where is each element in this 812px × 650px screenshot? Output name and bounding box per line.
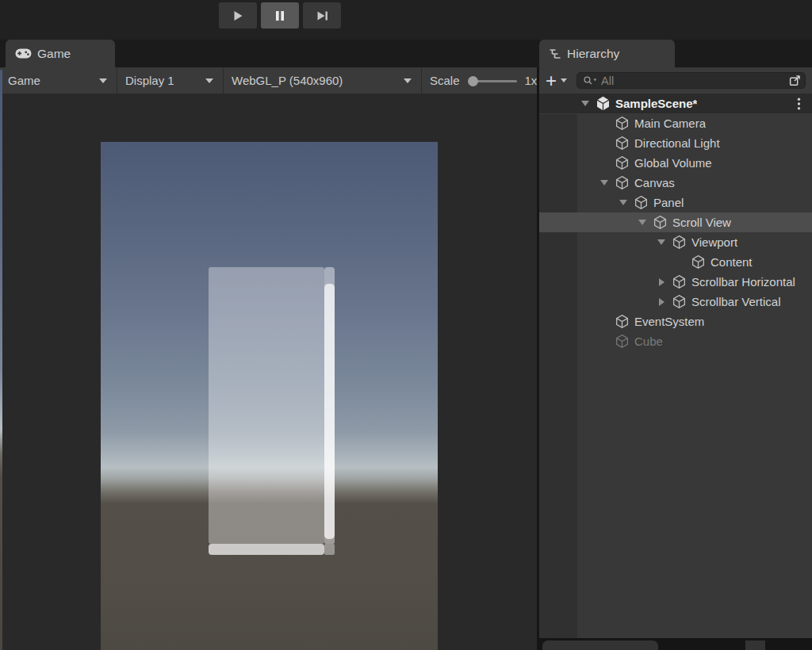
hierarchy-item-directional-light[interactable]: Directional Light [539,133,812,153]
step-icon [316,10,328,21]
hierarchy-item-main-camera[interactable]: Main Camera [539,113,812,133]
foldout-closed-icon[interactable] [655,276,668,289]
ui-scrollbar-corner [324,544,335,555]
hierarchy-item-label: Panel [653,196,684,209]
scale-slider-knob[interactable] [468,76,478,86]
hierarchy-item-scroll-view[interactable]: Scroll View [539,212,812,232]
hierarchy-item-scrollbar-horizontal[interactable]: Scrollbar Horizontal [539,272,812,292]
resolution-dropdown[interactable]: WebGL_P (540x960) [224,67,422,94]
pick-window-button[interactable] [786,73,803,88]
game-view-toolbar: Game Display 1 WebGL_P (540x960) Scale 1… [0,67,537,94]
scale-value: 1x [525,74,537,87]
foldout-open-icon[interactable] [579,98,592,110]
hierarchy-item-label: SampleScene* [615,97,697,110]
scene-icon [595,96,611,111]
hierarchy-item-global-volume[interactable]: Global Volume [539,153,812,173]
play-button[interactable] [219,2,257,29]
chevron-down-icon [99,78,107,83]
resolution-label: WebGL_P (540x960) [232,74,343,87]
cube-icon [614,314,630,329]
hierarchy-item-label: Content [710,255,753,269]
play-icon [233,10,243,21]
hierarchy-item-content[interactable]: Content [539,252,812,272]
top-toolbar [0,0,812,40]
search-icon [583,75,598,86]
hierarchy-item-label: Canvas [634,176,675,189]
cube-icon [652,215,668,230]
plus-icon: + [546,73,557,89]
ui-horizontal-scrollbar-handle[interactable] [209,544,324,555]
foldout-spacer [598,157,611,170]
foldout-spacer [598,335,611,348]
scale-slider-track [474,80,517,82]
ui-scroll-content[interactable] [209,267,324,544]
foldout-open-icon[interactable] [617,197,630,209]
bottom-panel-tab[interactable] [542,640,658,650]
cube-icon [690,254,706,270]
scene-menu-button[interactable] [797,98,801,113]
hierarchy-item-canvas[interactable]: Canvas [539,173,812,193]
cube-icon [614,116,630,131]
cube-icon [614,334,630,349]
hierarchy-item-label: Scroll View [672,216,731,229]
game-tab[interactable]: Game [6,40,115,67]
gamepad-icon [15,48,32,59]
game-render[interactable] [101,142,438,650]
playbar [219,2,341,29]
display-dropdown[interactable]: Display 1 [117,67,224,94]
add-gameobject-button[interactable]: + [546,73,567,89]
cube-icon [671,235,687,250]
hierarchy-tab[interactable]: Hierarchy [539,40,675,67]
cube-icon [671,274,687,289]
hierarchy-item-scrollbar-vertical[interactable]: Scrollbar Vertical [539,292,812,312]
foldout-spacer [674,256,687,269]
hierarchy-item-label: Global Volume [634,156,712,170]
game-viewport [0,94,537,650]
hierarchy-item-cube[interactable]: Cube [539,331,812,351]
chevron-down-icon [205,78,213,83]
pause-button[interactable] [261,2,299,29]
foldout-closed-icon[interactable] [655,296,668,308]
hierarchy-tab-label: Hierarchy [567,47,619,61]
hierarchy-item-viewport[interactable]: Viewport [539,232,812,252]
ui-scrollview [209,267,335,555]
hierarchy-item-samplescene[interactable]: SampleScene* [539,94,812,113]
hierarchy-item-label: Viewport [691,235,737,249]
cube-icon [671,294,687,309]
foldout-spacer [598,117,611,130]
hierarchy-item-label: Scrollbar Vertical [691,295,781,308]
search-input[interactable] [601,75,786,87]
display-label: Display 1 [125,74,174,87]
foldout-open-icon[interactable] [655,236,668,249]
cube-icon [614,136,630,151]
pick-window-icon [788,74,802,87]
cube-icon [614,155,630,170]
ui-vertical-scrollbar-handle[interactable] [324,284,335,539]
bottom-panel-fragment [745,640,765,650]
hierarchy-toolbar: + [539,67,812,94]
cube-icon [633,195,649,210]
foldout-open-icon[interactable] [598,177,611,189]
cube-icon [614,175,630,190]
adjacent-view-sliver [0,70,2,650]
search-field[interactable] [576,72,806,89]
chevron-down-icon [404,78,412,83]
hierarchy-item-eventsystem[interactable]: EventSystem [539,312,812,331]
unity-editor-window: Game Hierarchy Game Display 1 [0,0,812,650]
foldout-spacer [598,137,611,150]
hierarchy-item-label: Directional Light [634,136,720,150]
hierarchy-item-panel[interactable]: Panel [539,193,812,212]
scale-slider[interactable] [468,75,517,86]
hierarchy-item-label: Cube [634,335,663,348]
foldout-spacer [598,315,611,328]
bottom-panel-edge [539,638,812,650]
hierarchy-icon [549,48,561,60]
chevron-down-icon [561,78,567,82]
pause-icon [275,10,285,21]
foldout-open-icon[interactable] [636,216,649,229]
display-mode-dropdown[interactable]: Game [0,67,117,94]
tab-strip: Game Hierarchy [0,40,812,67]
display-mode-label: Game [8,74,40,87]
hierarchy-item-label: Main Camera [634,117,706,130]
step-button[interactable] [303,2,341,29]
